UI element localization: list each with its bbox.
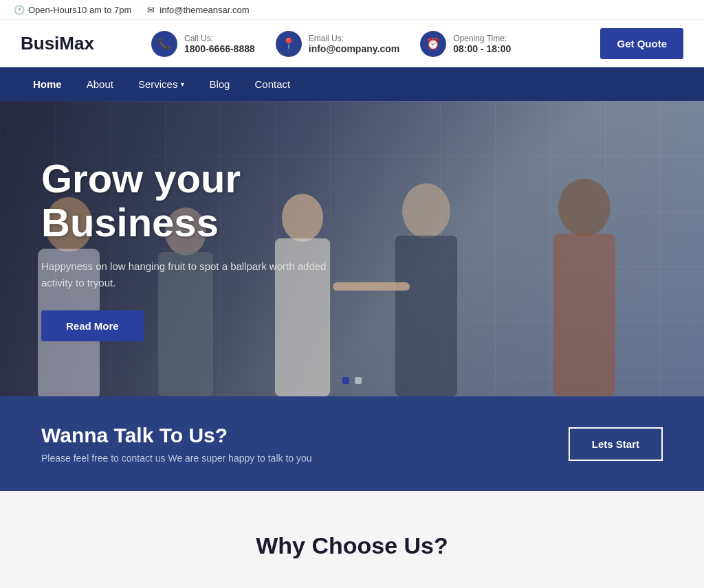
email-label: Email Us: [309, 34, 399, 43]
top-bar-hours: 🕐 Open-Hours10 am to 7pm [14, 4, 131, 15]
opening-contact: ⏰ Opening Time: 08:00 - 18:00 [420, 31, 511, 57]
top-bar: 🕐 Open-Hours10 am to 7pm ✉ info@themeans… [0, 0, 704, 20]
cta-subtitle: Please feel free to contact us We are su… [41, 453, 312, 464]
clock-icon-header: ⏰ [420, 31, 446, 57]
hero-section: Grow your Business Happyness on low hang… [0, 101, 704, 396]
hero-title: Grow your Business [41, 157, 426, 245]
why-title: Why Choose Us? [28, 532, 676, 559]
nav-item-about[interactable]: About [74, 67, 126, 101]
nav-item-services[interactable]: Services ▾ [126, 67, 197, 101]
slider-dot-1[interactable] [342, 377, 349, 384]
cta-title: Wanna Talk To Us? [41, 424, 312, 447]
opening-text-block: Opening Time: 08:00 - 18:00 [453, 34, 511, 54]
email-value: info@company.com [309, 43, 399, 54]
slider-dot-2[interactable] [355, 377, 362, 384]
opening-label: Opening Time: [453, 34, 511, 43]
why-section: Why Choose Us? [0, 491, 704, 587]
svg-rect-9 [553, 234, 615, 396]
header: BusiMax 📞 Call Us: 1800-6666-8888 📍 Emai… [0, 20, 704, 67]
hero-subtitle: Happyness on low hanging fruit to spot a… [41, 258, 330, 291]
nav-item-blog[interactable]: Blog [197, 67, 242, 101]
slider-dots[interactable] [342, 377, 362, 384]
cta-text-block: Wanna Talk To Us? Please feel free to co… [41, 424, 312, 464]
call-contact: 📞 Call Us: 1800-6666-8888 [151, 31, 255, 57]
top-bar-email: ✉ info@themeansar.com [145, 4, 249, 15]
lets-start-button[interactable]: Lets Start [569, 427, 663, 461]
hours-text: Open-Hours10 am to 7pm [28, 5, 131, 15]
call-label: Call Us: [184, 34, 255, 43]
email-contact: 📍 Email Us: info@company.com [276, 31, 399, 57]
clock-icon: 🕐 [14, 4, 25, 15]
navbar: Home About Services ▾ Blog Contact [0, 67, 704, 101]
header-contact: 📞 Call Us: 1800-6666-8888 📍 Email Us: in… [151, 31, 586, 57]
email-icon: ✉ [145, 4, 156, 15]
email-text: info@themeansar.com [160, 5, 249, 15]
dropdown-arrow-icon: ▾ [181, 80, 184, 88]
call-text: Call Us: 1800-6666-8888 [184, 34, 255, 54]
read-more-button[interactable]: Read More [41, 310, 144, 341]
get-quote-button[interactable]: Get Quote [600, 28, 683, 59]
call-number: 1800-6666-8888 [184, 43, 255, 54]
email-text-block: Email Us: info@company.com [309, 34, 399, 54]
map-icon: 📍 [276, 31, 302, 57]
cta-banner: Wanna Talk To Us? Please feel free to co… [0, 396, 704, 491]
phone-icon: 📞 [151, 31, 177, 57]
nav-item-home[interactable]: Home [21, 67, 74, 101]
hero-content: Grow your Business Happyness on low hang… [41, 157, 426, 341]
nav-item-contact[interactable]: Contact [242, 67, 302, 101]
opening-hours: 08:00 - 18:00 [453, 43, 511, 54]
logo[interactable]: BusiMax [21, 33, 124, 54]
svg-point-8 [558, 179, 610, 236]
